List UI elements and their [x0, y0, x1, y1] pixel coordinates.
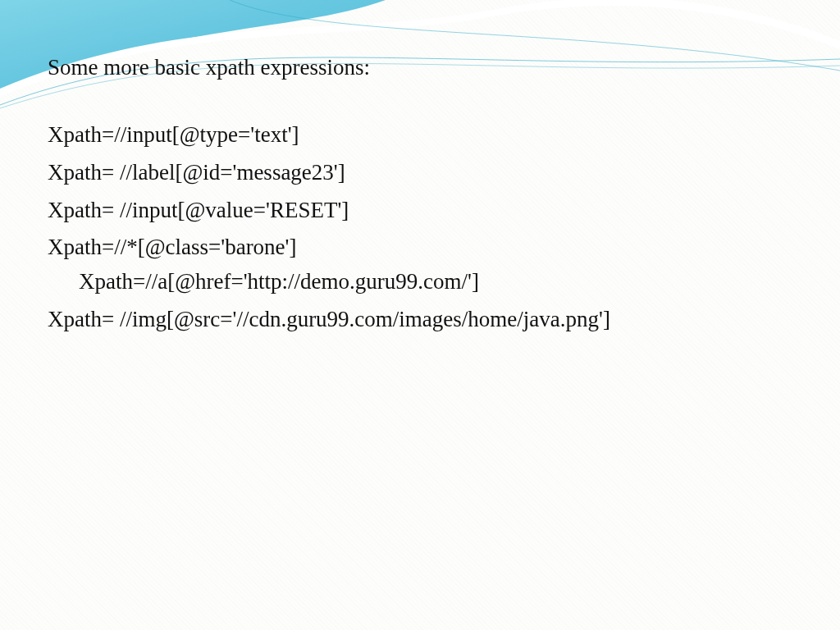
xpath-example-3: Xpath= //input[@value='RESET']	[48, 194, 792, 228]
xpath-example-4b: Xpath=//a[@href='http://demo.guru99.com/…	[48, 265, 792, 299]
xpath-example-1: Xpath=//input[@type='text']	[48, 118, 792, 153]
xpath-example-5: Xpath= //img[@src='//cdn.guru99.com/imag…	[48, 303, 792, 337]
xpath-example-2: Xpath= //label[@id='message23']	[48, 156, 792, 190]
slide: Some more basic xpath expressions: Xpath…	[0, 0, 840, 630]
slide-body: Some more basic xpath expressions: Xpath…	[48, 51, 792, 340]
xpath-example-4-group: Xpath=//*[@class='barone'] Xpath=//a[@hr…	[48, 231, 792, 299]
slide-title: Some more basic xpath expressions:	[48, 51, 792, 85]
xpath-example-4a: Xpath=//*[@class='barone']	[48, 231, 792, 265]
